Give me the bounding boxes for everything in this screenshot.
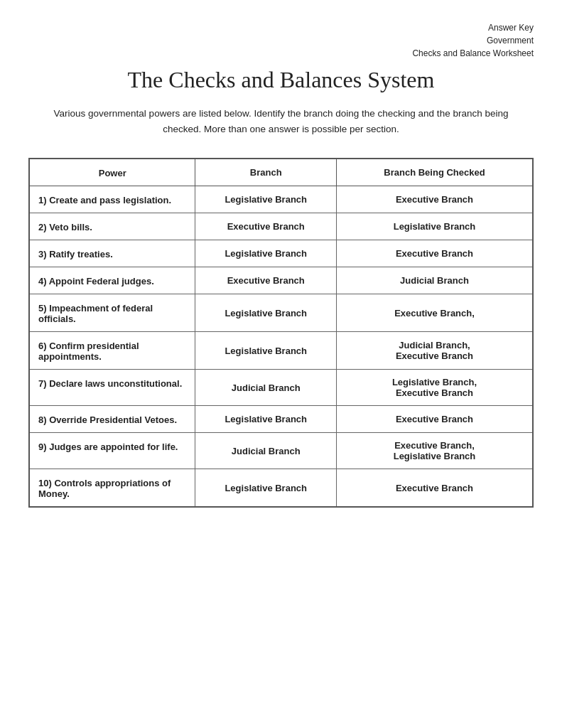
table-row: 10) Controls appropriations of Money.Leg… <box>29 469 533 508</box>
cell-power: 7) Declare laws unconstitutional. <box>29 370 195 406</box>
cell-branch: Legislative Branch <box>195 186 337 213</box>
table-row: 8) Override Presidential Vetoes.Legislat… <box>29 406 533 433</box>
table-row: 1) Create and pass legislation.Legislati… <box>29 186 533 213</box>
table-row: 6) Confirm presidential appointments.Leg… <box>29 332 533 370</box>
cell-power: 3) Ratify treaties. <box>29 240 195 267</box>
table-row: 4) Appoint Federal judges.Executive Bran… <box>29 267 533 294</box>
col-header-checked: Branch Being Checked <box>336 159 533 186</box>
table-row: 5) Impeachment of federal officials.Legi… <box>29 294 533 332</box>
header-info: Answer Key Government Checks and Balance… <box>28 21 534 60</box>
subtitle-text: Various governmental powers are listed b… <box>40 106 523 136</box>
cell-checked: Executive Branch, <box>336 294 533 332</box>
cell-branch: Legislative Branch <box>195 332 337 370</box>
table-row: 3) Ratify treaties.Legislative BranchExe… <box>29 240 533 267</box>
cell-checked: Executive Branch <box>336 186 533 213</box>
cell-checked: Executive Branch <box>336 406 533 433</box>
cell-checked: Executive Branch <box>336 240 533 267</box>
cell-power: 6) Confirm presidential appointments. <box>29 332 195 370</box>
cell-power: 4) Appoint Federal judges. <box>29 267 195 294</box>
cell-power: 8) Override Presidential Vetoes. <box>29 406 195 433</box>
table-row: 2) Veto bills.Executive BranchLegislativ… <box>29 213 533 240</box>
table-row: 7) Declare laws unconstitutional.Judicia… <box>29 370 533 406</box>
col-header-branch: Branch <box>195 159 337 186</box>
cell-branch: Executive Branch <box>195 267 337 294</box>
cell-power: 9) Judges are appointed for life. <box>29 433 195 469</box>
cell-branch: Judicial Branch <box>195 433 337 469</box>
cell-branch: Legislative Branch <box>195 406 337 433</box>
cell-branch: Legislative Branch <box>195 469 337 508</box>
cell-power: 5) Impeachment of federal officials. <box>29 294 195 332</box>
cell-branch: Legislative Branch <box>195 240 337 267</box>
cell-checked: Legislative Branch <box>336 213 533 240</box>
col-header-power: Power <box>29 159 195 186</box>
cell-power: 10) Controls appropriations of Money. <box>29 469 195 508</box>
cell-branch: Legislative Branch <box>195 294 337 332</box>
cell-branch: Executive Branch <box>195 213 337 240</box>
cell-power: 2) Veto bills. <box>29 213 195 240</box>
cell-checked: Judicial Branch <box>336 267 533 294</box>
cell-checked: Judicial Branch,Executive Branch <box>336 332 533 370</box>
cell-power: 1) Create and pass legislation. <box>29 186 195 213</box>
checks-balances-table: Power Branch Branch Being Checked 1) Cre… <box>28 158 534 508</box>
page-title: The Checks and Balances System <box>28 67 534 93</box>
cell-checked: Legislative Branch,Executive Branch <box>336 370 533 406</box>
cell-branch: Judicial Branch <box>195 370 337 406</box>
table-row: 9) Judges are appointed for life.Judicia… <box>29 433 533 469</box>
cell-checked: Executive Branch <box>336 469 533 508</box>
cell-checked: Executive Branch,Legislative Branch <box>336 433 533 469</box>
